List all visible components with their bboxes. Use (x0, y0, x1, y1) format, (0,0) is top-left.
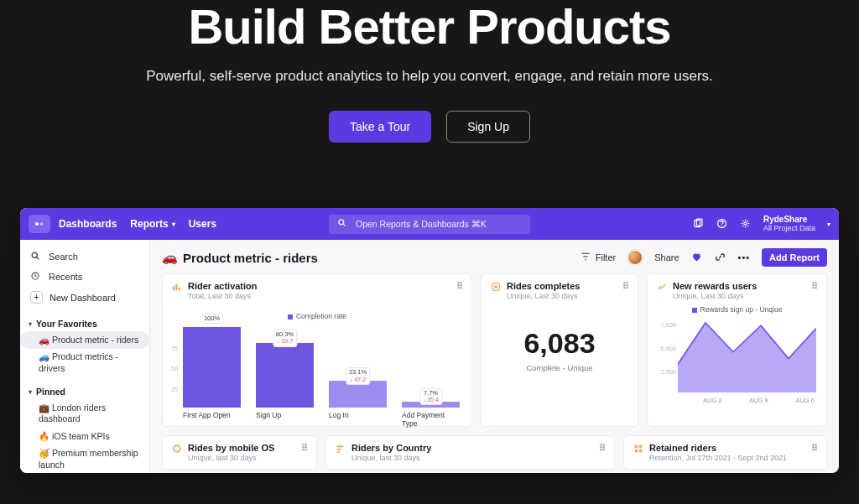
svg-rect-23 (635, 449, 638, 452)
hero-subtitle: Powerful, self-serve product analytics t… (20, 65, 839, 87)
svg-point-0 (35, 222, 39, 226)
svg-rect-18 (337, 446, 344, 448)
sidebar-item-london[interactable]: 💼 London riders dashboard (20, 399, 149, 428)
sidebar-group-pinned[interactable]: ▾ Pinned (20, 382, 149, 399)
search-icon (30, 251, 42, 262)
workspace-switcher[interactable]: RydeShare All Project Data (763, 216, 815, 232)
card-rides-completes: ⠿ Rides completes Unique, Last 30 days 6… (481, 273, 638, 427)
y-tick: 25 (171, 385, 178, 392)
nav-reports[interactable]: Reports ▾ (130, 218, 174, 230)
bar: 33.1%↓ 47.2 (329, 381, 387, 408)
link-icon[interactable] (715, 252, 726, 263)
svg-rect-21 (635, 445, 638, 448)
logo-icon (34, 219, 44, 229)
card-menu[interactable]: ⠿ (456, 281, 464, 292)
bar-chart-icon (171, 281, 183, 293)
x-tick: AUG 2 (703, 397, 722, 404)
app-window: Dashboards Reports ▾ Users Open Reports … (20, 208, 839, 473)
sidebar-group-favorites[interactable]: ▾ Your Favorites (20, 314, 149, 331)
bar: 80.3%↓ 19.7 (256, 343, 314, 408)
take-a-tour-button[interactable]: Take a Tour (329, 111, 431, 143)
page-title: Product metric - riders (183, 251, 318, 265)
heart-icon[interactable] (691, 252, 703, 263)
page-title-emoji: 🚗 (162, 250, 178, 265)
legend-swatch (692, 308, 697, 313)
sidebar-search[interactable]: Search (20, 247, 149, 267)
sign-up-button[interactable]: Sign Up (446, 111, 530, 143)
app-main: 🚗 Product metric - riders Filter Share •… (150, 240, 839, 473)
app-topnav: Dashboards Reports ▾ Users Open Reports … (20, 208, 839, 240)
x-tick: Sign Up (256, 411, 314, 428)
sidebar-new-dashboard[interactable]: + New Dashboard (20, 287, 149, 308)
avatar[interactable] (627, 250, 643, 265)
card-rides-os: ⠿ Rides by mobile OS Unique, last 30 day… (162, 435, 317, 470)
y-tick: 50 (171, 365, 178, 372)
sidebar-group-favorites-label: Your Favorites (36, 319, 97, 329)
card-rider-activation: ⠿ Rider activation Total, Last 30 days C… (162, 273, 472, 427)
svg-rect-12 (173, 286, 174, 290)
card-title: Rides by mobile OS (188, 443, 274, 453)
card-retained: ⠿ Retained riders Retention, Jul 27th 20… (623, 435, 827, 470)
chevron-down-icon[interactable]: ▾ (827, 221, 830, 228)
card-subtitle: Unique, Last 30 days (507, 292, 580, 300)
metric-icon (490, 281, 502, 293)
bar: 7.7%↓ 25.4 (402, 402, 460, 408)
svg-rect-14 (179, 288, 180, 290)
y-tick: 75 (171, 344, 178, 351)
svg-point-7 (721, 226, 722, 226)
sidebar-item-premium[interactable]: 🥳 Premium membership launch (20, 445, 149, 473)
card-menu[interactable]: ⠿ (622, 281, 630, 292)
sidebar-item-riders[interactable]: 🚗 Product metric - riders (20, 331, 149, 349)
svg-rect-24 (639, 449, 642, 452)
card-subtitle: Total, Last 30 days (188, 292, 258, 300)
card-subtitle: Unique, last 30 days (351, 454, 431, 462)
card-title: Rider activation (188, 281, 258, 291)
share-button[interactable]: Share (654, 252, 679, 262)
sidebar-new-dashboard-label: New Dashboard (49, 293, 116, 303)
card-menu[interactable]: ⠿ (811, 443, 819, 454)
svg-rect-13 (175, 284, 177, 291)
svg-point-2 (339, 220, 344, 225)
card-subtitle: Retention, Jul 27th 2021 - Sept 2nd 2021 (649, 454, 787, 462)
svg-rect-16 (494, 285, 497, 288)
legend-swatch (288, 314, 293, 320)
nav-users[interactable]: Users (189, 218, 216, 230)
card-title: Retained riders (649, 443, 787, 453)
card-title: Riders by Country (351, 443, 431, 453)
nav-dashboards[interactable]: Dashboards (59, 218, 117, 230)
global-search-placeholder: Open Reports & Dashboards ⌘K (356, 219, 487, 229)
donut-icon (171, 443, 183, 455)
sidebar-item-drivers[interactable]: 🚙 Product metrics - drivers (20, 349, 149, 377)
new-rewards-chart: 7,500 5,000 2,500 AUG 2 AUG 9 AUG 6 (656, 317, 818, 404)
lightning-icon[interactable] (693, 218, 705, 230)
card-subtitle: Unique, last 30 days (188, 454, 274, 462)
svg-line-3 (343, 224, 346, 226)
hbar-icon (335, 443, 346, 455)
svg-point-1 (40, 222, 44, 226)
y-tick: 7,500 (660, 321, 676, 329)
app-logo[interactable] (29, 215, 50, 233)
legend-label: Rewards sign up - Unqiue (700, 305, 783, 314)
more-menu[interactable]: ••• (738, 252, 751, 262)
sidebar-item-ios-kpis[interactable]: 🔥 iOS team KPIs (20, 428, 149, 445)
metric-value: 6,083 (490, 327, 629, 360)
card-menu[interactable]: ⠿ (301, 443, 309, 454)
x-tick: Log In (329, 411, 387, 428)
help-icon[interactable] (716, 218, 728, 230)
nav-reports-label: Reports (130, 218, 168, 230)
add-report-button[interactable]: Add Report (762, 248, 827, 267)
gear-icon[interactable] (740, 218, 752, 230)
global-search[interactable]: Open Reports & Dashboards ⌘K (329, 215, 530, 234)
bar: 100% (183, 327, 241, 408)
card-title: New rewards users (673, 281, 757, 291)
y-tick: 5,000 (660, 345, 676, 352)
line-chart-icon (656, 281, 668, 293)
card-menu[interactable]: ⠿ (599, 443, 607, 454)
svg-line-10 (37, 257, 39, 260)
chevron-down-icon: ▾ (172, 221, 175, 228)
filter-icon (580, 252, 592, 263)
card-menu[interactable]: ⠿ (811, 281, 819, 292)
svg-point-9 (32, 252, 37, 257)
filter-button[interactable]: Filter (580, 252, 616, 263)
sidebar-recents[interactable]: Recents (20, 267, 149, 287)
